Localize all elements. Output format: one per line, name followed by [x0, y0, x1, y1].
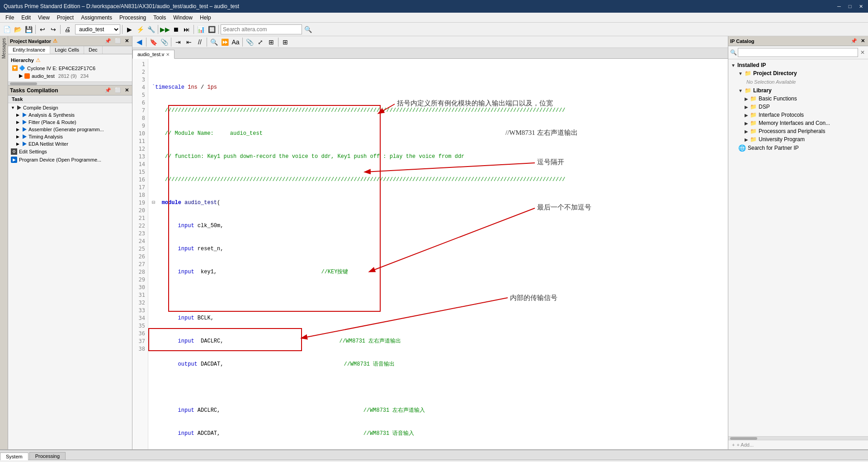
menu-help[interactable]: Help [196, 14, 215, 22]
code-content[interactable]: `timescale 1ns / 1ps ///////////////////… [148, 59, 728, 449]
layout-button[interactable]: ⊞ [266, 37, 276, 47]
tasks-maximize-button[interactable]: ⬜ [113, 87, 123, 94]
nav-back-button[interactable]: ◀ [134, 37, 144, 47]
unindent-button[interactable]: ⇤ [184, 37, 194, 47]
nav-scrollbar[interactable] [8, 81, 132, 85]
goto-line-button[interactable]: 📎 [159, 37, 169, 47]
menu-tools[interactable]: Tools [150, 14, 170, 22]
ln-36: 36 [133, 330, 147, 338]
redo-button[interactable]: ↪ [48, 24, 58, 34]
task-compile-design[interactable]: ▼ Compile Design [9, 104, 131, 111]
match-case-button[interactable]: Aa [231, 37, 241, 47]
search-altera-input[interactable] [221, 24, 302, 34]
eda-expand-icon[interactable]: ▶ [16, 142, 21, 146]
nav-close-button[interactable]: ✕ [123, 38, 130, 44]
ip-search-clear-button[interactable]: ✕ [859, 49, 866, 56]
messages-side-handle[interactable]: Messages [0, 36, 8, 449]
nav-maximize-button[interactable]: ⬜ [113, 38, 123, 44]
ip-dsp-folder-icon: 📁 [750, 104, 757, 110]
ip-memory-interfaces-item[interactable]: ▶ 📁 Memory Interfaces and Con... [743, 119, 866, 127]
find-button[interactable]: 🔍 [209, 37, 219, 47]
entity-row[interactable]: ▶ audio_test 2812 (9) 234 [10, 72, 130, 80]
menu-project[interactable]: Project [53, 14, 77, 22]
menu-edit[interactable]: Edit [18, 14, 34, 22]
step-button[interactable]: ⏭ [182, 24, 192, 34]
tasks-pin-button[interactable]: 📌 [104, 87, 113, 94]
task-settings[interactable]: ⚙ Edit Settings [9, 148, 131, 156]
attach-button[interactable]: 📎 [245, 37, 255, 47]
ip-installed-header[interactable]: ▼ Installed IP [730, 61, 866, 69]
bottom-tab-processing[interactable]: Processing [29, 452, 66, 460]
code-line-15: input ADCLRC, //WM8731 左右声道输入 [152, 407, 724, 414]
menu-file[interactable]: File [2, 14, 18, 22]
ip-processors-item[interactable]: ▶ 📁 Processors and Peripherals [743, 127, 866, 135]
ip-pin-button[interactable]: 📌 [849, 38, 859, 44]
tasks-close-button[interactable]: ✕ [123, 87, 130, 94]
ln-35: 35 [133, 322, 147, 330]
run-button[interactable]: ▶▶ [160, 24, 170, 34]
menu-view[interactable]: View [34, 14, 53, 22]
editor-tab-bar: audio_test.v ✕ [132, 48, 728, 59]
menu-assignments[interactable]: Assignments [77, 14, 116, 22]
undo-button[interactable]: ↩ [38, 24, 47, 34]
ip-scrollbar[interactable] [728, 436, 868, 440]
toggle-block-button[interactable]: ⊞ [280, 37, 290, 47]
nav-tab-logic-cells[interactable]: Logic Cells [50, 46, 84, 54]
task-eda[interactable]: ▶ EDA Netlist Writer [9, 140, 131, 148]
main-layout: Messages Project Navigator ⚠ 📌 ⬜ ✕ Entit… [0, 36, 868, 449]
chip-row[interactable]: 🔽 🔷 Cyclone IV E: EP4CE22F17C6 [10, 64, 130, 72]
ip-university-item[interactable]: ▶ 📁 University Program [743, 135, 866, 143]
menu-window[interactable]: Window [170, 14, 196, 22]
ip-interface-protocols-item[interactable]: ▶ 📁 Interface Protocols [743, 111, 866, 119]
toggle-comment-button[interactable]: // [195, 37, 205, 47]
fitter-expand-icon[interactable]: ▶ [16, 120, 21, 124]
bottom-tab-system[interactable]: System [0, 452, 28, 460]
ln-18: 18 [133, 191, 147, 199]
svg-line-1 [365, 163, 535, 172]
detach-button[interactable]: ⤢ [255, 37, 265, 47]
nav-tab-entity[interactable]: Entity:Instance [8, 46, 50, 54]
minimize-button[interactable]: ─ [835, 3, 843, 10]
task-analysis-synthesis[interactable]: ▶ Analysis & Synthesis [9, 111, 131, 119]
assembler-expand-icon[interactable]: ▶ [16, 127, 21, 132]
ip-search-input[interactable] [738, 48, 858, 57]
ip-library-item[interactable]: ▼ 📁 Library [736, 86, 866, 95]
code-line-4: // function: Key1 push down-record the v… [152, 153, 724, 161]
compile-button[interactable]: ▶ [124, 24, 134, 34]
tab-close-button[interactable]: ✕ [166, 52, 170, 57]
ip-search-partner-item[interactable]: 🌐 Search for Partner IP [736, 143, 866, 152]
analysis-expand-icon[interactable]: ▶ [16, 113, 21, 117]
synth-button[interactable]: 🔧 [146, 24, 156, 34]
analyze-button[interactable]: ⚡ [135, 24, 145, 34]
ip-close-button[interactable]: ✕ [859, 38, 866, 44]
search-next-button[interactable]: ⏩ [220, 37, 230, 47]
search-icon[interactable]: 🔍 [303, 24, 313, 34]
restore-button[interactable]: □ [846, 3, 854, 10]
ip-dsp-item[interactable]: ▶ 📁 DSP [743, 103, 866, 111]
open-button[interactable]: 📂 [13, 24, 23, 34]
chip-view-button[interactable]: 🔲 [207, 24, 217, 34]
indent-button[interactable]: ⇥ [173, 37, 183, 47]
close-button[interactable]: ✕ [857, 3, 864, 10]
compile-expand-icon[interactable]: ▼ [11, 105, 15, 110]
rtl-button[interactable]: 📊 [196, 24, 206, 34]
nav-pin-button[interactable]: 📌 [104, 38, 113, 44]
print-button[interactable]: 🖨 [62, 24, 72, 34]
ip-project-dir-item[interactable]: ▼ 📁 Project Directory [736, 69, 866, 77]
task-fitter[interactable]: ▶ Fitter (Place & Route) [9, 119, 131, 126]
timing-expand-icon[interactable]: ▶ [16, 134, 21, 139]
task-program[interactable]: ▶ Program Device (Open Programme... [9, 156, 131, 164]
menu-processing[interactable]: Processing [116, 14, 150, 22]
nav-tab-dec[interactable]: Dec [84, 46, 103, 54]
task-timing[interactable]: ▶ Timing Analysis [9, 133, 131, 140]
new-file-button[interactable]: 📄 [2, 24, 12, 34]
stop-button[interactable]: ⏹ [171, 24, 181, 34]
project-dropdown[interactable]: audio_test [75, 24, 120, 34]
task-assembler[interactable]: ▶ Assembler (Generate programm... [9, 126, 131, 133]
nav-content: Hierarchy ⚠ 🔽 🔷 Cyclone IV E: EP4CE22F17… [8, 54, 132, 81]
tab-audio-test[interactable]: audio_test.v ✕ [132, 50, 175, 59]
save-button[interactable]: 💾 [24, 24, 33, 34]
ip-add-button[interactable]: + + Add... [728, 440, 868, 449]
bookmark-button[interactable]: 🔖 [148, 37, 158, 47]
ip-basic-functions-item[interactable]: ▶ 📁 Basic Functions [743, 95, 866, 103]
